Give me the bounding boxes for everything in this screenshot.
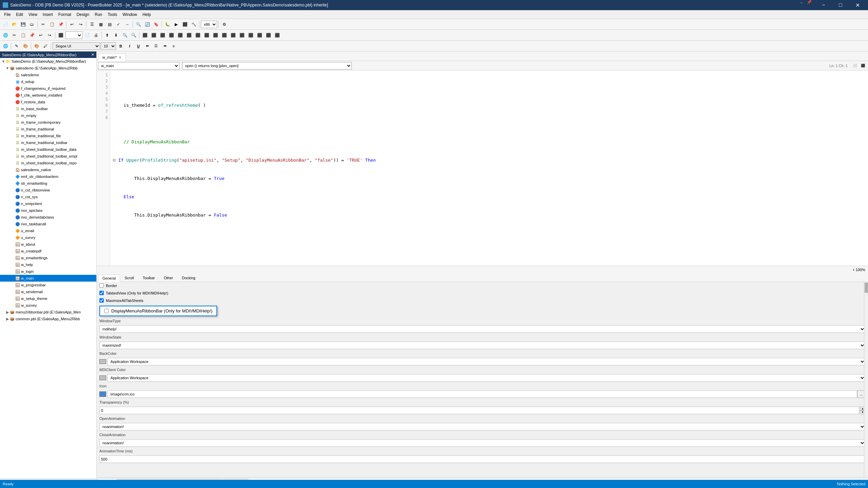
tb2-x15[interactable]: ⬛ [264, 31, 272, 39]
tb2-x10[interactable]: ⬛ [220, 31, 228, 39]
maximize-button[interactable]: □ [833, 0, 848, 10]
tree-item-str_email[interactable]: 🔷 str_emailsetting [0, 180, 96, 187]
tb2-undo2[interactable]: ↩ [37, 31, 45, 39]
view-split-btn[interactable]: ⬜ [851, 62, 859, 69]
tb2-d1[interactable]: 📄 [83, 31, 91, 39]
tb2-x6[interactable]: ⬛ [185, 31, 193, 39]
menu-tools[interactable]: Tools [105, 11, 120, 18]
tree-item-w_sendemail[interactable]: 🪟 w_sendemail [0, 288, 96, 295]
tree-item-w_survey[interactable]: 🪟 w_survey [0, 302, 96, 309]
menu-insert[interactable]: Insert [40, 11, 56, 18]
tb-save[interactable]: 💾 [19, 20, 27, 28]
tb-run[interactable]: ▶ [172, 20, 180, 28]
code-editor[interactable]: 1 2 3 4 5 6 7 8 is_themeId = of_refresht… [97, 70, 868, 266]
tb-debug[interactable]: 🐛 [163, 20, 171, 28]
tb2-open2[interactable]: ✂ [10, 31, 18, 39]
tree-item-w_progressbar[interactable]: 🪟 w_progressbar [0, 282, 96, 288]
tree-item-w_help[interactable]: 🪟 w_help [0, 261, 96, 268]
minimize-button[interactable]: − [816, 0, 831, 10]
windowtype-select[interactable]: mdihelp! [99, 325, 865, 333]
tb2-d2[interactable]: 🖨 [92, 31, 100, 39]
menu-view[interactable]: View [26, 11, 40, 18]
tb-open[interactable]: 📂 [10, 20, 18, 28]
tb-new[interactable]: 📄 [1, 20, 9, 28]
closeanimation-select[interactable]: noanimation! [99, 439, 865, 447]
menu-format[interactable]: Format [56, 11, 74, 18]
platform-dropdown[interactable]: x86 x64 [201, 21, 217, 28]
tb2-zoom4[interactable]: 🔍 [130, 31, 138, 39]
prop-tab-other[interactable]: Other [159, 274, 178, 282]
tb2-x3[interactable]: ⬛ [158, 31, 167, 39]
close-button[interactable]: ✕ [850, 0, 865, 10]
tb3-icon1[interactable]: 🌐 [1, 42, 9, 50]
tb2-x2[interactable]: ⬛ [150, 31, 158, 39]
menu-help[interactable]: Help [140, 11, 154, 18]
tb-find[interactable]: 🔍 [134, 20, 142, 28]
tb-grid[interactable]: ▦ [97, 20, 105, 28]
align-left-button[interactable]: ⬅ [143, 42, 151, 50]
prop-tab-scroll[interactable]: Scroll [120, 274, 138, 282]
tab-w_main[interactable]: w_main* ✕ [98, 54, 126, 61]
prop-scrollbar-thumb[interactable] [865, 283, 868, 293]
tb2-x12[interactable]: ⬛ [238, 31, 246, 39]
tree-item-nvo_derived[interactable]: 🔵 nvo_derivedabclass [0, 214, 96, 221]
align-justify-button[interactable]: ≡ [170, 42, 178, 50]
align-right-button[interactable]: ➡ [161, 42, 169, 50]
tb-undo[interactable]: ↩ [68, 20, 76, 28]
overflow-btn[interactable]: ⌄ [800, 0, 803, 10]
view-full-btn[interactable]: ⬛ [859, 62, 867, 69]
code-content[interactable]: is_themeId = of_refreshtheme ( ) // Disp… [110, 70, 868, 266]
tree-item-n_cst_ribbon[interactable]: 🔵 n_cst_ribbonview [0, 187, 96, 194]
tree-item-f_chk[interactable]: 🔴 f_chk_webview_installed [0, 92, 96, 99]
tree-item-n_cst_sys[interactable]: 🔵 n_cst_sys [0, 194, 96, 200]
icon-input[interactable] [108, 390, 857, 398]
prop-tab-docking[interactable]: Docking [177, 274, 200, 282]
tb2-paste2[interactable]: 📌 [28, 31, 36, 39]
tb2-redo2[interactable]: ↪ [45, 31, 54, 39]
prop-scrollbar[interactable] [864, 282, 868, 477]
display-menu-checkbox[interactable] [104, 309, 109, 313]
tree-item-common[interactable]: ▶ 📦 common.pbl (E:\SalesApp_Menu2Ribb [0, 316, 96, 322]
tb-save-all[interactable]: 🗂 [28, 20, 36, 28]
tabbedview-checkbox[interactable] [99, 291, 104, 295]
tree-item-f_changemenu[interactable]: 🔴 f_changemenu_if_required [0, 85, 96, 92]
tb2-zoom3[interactable]: 🔍 [121, 31, 129, 39]
tb-build[interactable]: 🔨 [190, 20, 198, 28]
transparency-input[interactable] [99, 407, 859, 414]
tree-item-w_createpdf[interactable]: 🪟 w_createpdf [0, 248, 96, 255]
font-size-select[interactable]: 10 [101, 42, 116, 50]
mdiclient-select[interactable]: Application Workspace [108, 374, 865, 382]
tb3-icon3[interactable]: 🎨 [21, 42, 30, 50]
italic-button[interactable]: I [126, 42, 134, 50]
tb2-align[interactable]: ⬛ [57, 31, 65, 39]
tb-copy[interactable]: 📋 [48, 20, 56, 28]
border-checkbox[interactable] [99, 283, 104, 288]
dropdown-2[interactable] [65, 32, 82, 39]
tree-item-m_sheet_data[interactable]: ☰ m_sheet_traditional_toolbar_data [0, 146, 96, 153]
tree-item-salesdemo[interactable]: ▼ 📦 salesdemo (E:\SalesApp_Menu2Ribb [0, 65, 96, 72]
tree-item-m_empty[interactable]: ☰ m_empty [0, 112, 96, 119]
tb2-new[interactable]: 🌐 [1, 31, 9, 39]
tb2-x11[interactable]: ⬛ [229, 31, 237, 39]
windowstate-select[interactable]: maximized! [99, 342, 865, 349]
tree-item-m_frame_trad_file[interactable]: ☰ m_frame_traditional_file [0, 133, 96, 139]
tree-container[interactable]: ▼ 📁 SalesDemo (E:\SalesApp_Menu2RibbonBa… [0, 58, 96, 479]
tree-item-salesdemo_native[interactable]: 🏠 salesdemo_native [0, 166, 96, 173]
tree-item-nvo_taskbar[interactable]: 🔵 nvo_taskbarutil [0, 221, 96, 227]
align-center-button[interactable]: ☰ [152, 42, 160, 50]
tb2-zoom2[interactable]: ⬇ [112, 31, 120, 39]
tree-item-m_base[interactable]: ☰ m_base_toolbar [0, 105, 96, 112]
tb3-icon4[interactable]: 🎨 [33, 42, 41, 50]
tree-item-m_frame_trad_tb[interactable]: ☰ m_frame_traditional_toolbar [0, 139, 96, 146]
tree-item-n_smtp[interactable]: 🔵 n_smtpclient [0, 200, 96, 207]
tree-item-d_setup[interactable]: ▦ d_setup [0, 78, 96, 85]
tb2-x5[interactable]: ⬛ [176, 31, 184, 39]
tree-item-emf[interactable]: 🔷 emf_str_ribbonbaritem [0, 173, 96, 180]
menu-file[interactable]: File [1, 11, 13, 18]
tree-item-w_setup_theme[interactable]: 🪟 w_setup_theme [0, 295, 96, 302]
object-dropdown[interactable]: w_main [98, 62, 179, 69]
tb2-copy2[interactable]: 📋 [19, 31, 27, 39]
tb-redo[interactable]: ↪ [77, 20, 85, 28]
menu-edit[interactable]: Edit [13, 11, 26, 18]
tb2-x9[interactable]: ⬛ [211, 31, 219, 39]
